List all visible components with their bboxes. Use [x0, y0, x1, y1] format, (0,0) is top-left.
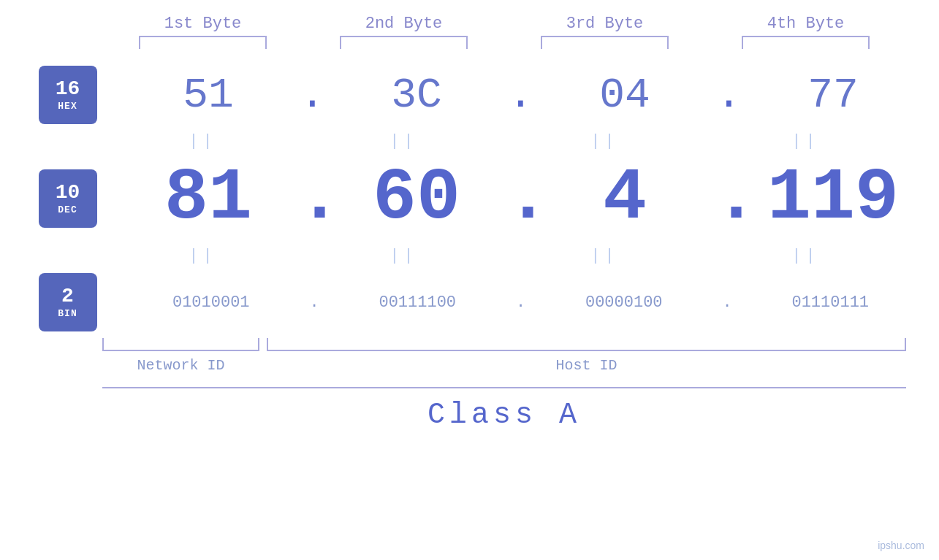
dec-values-row: 81 . 60 . 4 . 119	[119, 162, 923, 235]
bin-val-1: 01010001	[119, 294, 304, 312]
hex-badge-number: 16	[56, 78, 80, 101]
class-section: Class A	[102, 387, 906, 431]
network-id-bracket	[102, 338, 259, 351]
top-bracket-2	[340, 36, 468, 49]
dec-val-3: 4	[536, 162, 715, 235]
hex-badge: 16 HEX	[39, 66, 97, 124]
hex-val-1: 51	[119, 72, 298, 119]
hex-label-cell: 16 HEX	[17, 66, 119, 124]
byte-header-1: 1st Byte	[102, 15, 303, 33]
hex-values-row: 51 . 3C . 04 . 77	[119, 72, 923, 119]
top-bracket-1	[139, 36, 267, 49]
dec-badge: 10 DEC	[39, 169, 97, 228]
network-id-label: Network ID	[102, 357, 259, 374]
byte-header-2: 2nd Byte	[303, 15, 504, 33]
dec-dot-3: .	[715, 162, 744, 235]
dec-val-1: 81	[119, 162, 298, 235]
dec-badge-text: DEC	[58, 204, 77, 215]
id-labels-row: Network ID Host ID	[102, 357, 906, 374]
class-divider	[102, 387, 906, 388]
hex-dot-1: .	[298, 72, 327, 119]
host-id-bracket	[267, 338, 906, 351]
eq-2c: ||	[504, 247, 705, 265]
eq-1b: ||	[303, 132, 504, 150]
eq-2b: ||	[303, 247, 504, 265]
eq-1c: ||	[504, 132, 705, 150]
bin-label-cell: 2 BIN	[17, 273, 119, 331]
bin-badge-text: BIN	[58, 308, 77, 319]
byte-header-3: 3rd Byte	[504, 15, 705, 33]
eq-1d: ||	[705, 132, 906, 150]
dec-label-cell: 10 DEC	[17, 169, 119, 228]
dec-val-4: 119	[744, 162, 923, 235]
top-bracket-3	[541, 36, 669, 49]
bin-badge-number: 2	[61, 285, 74, 308]
dec-dot-1: .	[298, 162, 327, 235]
bin-val-2: 00111100	[325, 294, 510, 312]
class-label: Class A	[102, 399, 906, 431]
bin-dot-3: .	[716, 294, 738, 312]
bin-dot-2: .	[510, 294, 532, 312]
page-container: 1st Byte 2nd Byte 3rd Byte 4th Byte 16 H…	[0, 0, 939, 560]
equals-row-2: || || || ||	[102, 242, 906, 269]
bin-values-row: 01010001 . 00111100 . 00000100 . 0111011…	[119, 294, 923, 312]
top-brackets	[102, 36, 906, 49]
bottom-brackets	[102, 338, 906, 351]
dec-row: 10 DEC 81 . 60 . 4 . 119	[17, 155, 923, 242]
bin-badge: 2 BIN	[39, 273, 97, 331]
bin-dot-1: .	[303, 294, 325, 312]
watermark: ipshu.com	[878, 540, 924, 551]
byte-header-4: 4th Byte	[705, 15, 906, 33]
bin-val-4: 01110111	[738, 294, 923, 312]
hex-dot-2: .	[506, 72, 536, 119]
hex-badge-text: HEX	[58, 101, 77, 112]
top-bracket-4	[742, 36, 870, 49]
dec-badge-number: 10	[56, 182, 80, 204]
hex-row: 16 HEX 51 . 3C . 04 . 77	[17, 62, 923, 128]
dec-dot-2: .	[506, 162, 536, 235]
equals-row-1: || || || ||	[102, 128, 906, 155]
bin-val-3: 00000100	[532, 294, 717, 312]
host-id-label: Host ID	[267, 357, 906, 374]
bin-row: 2 BIN 01010001 . 00111100 . 00000100 . 0…	[17, 269, 923, 335]
eq-2d: ||	[705, 247, 906, 265]
hex-dot-3: .	[715, 72, 744, 119]
byte-headers-row: 1st Byte 2nd Byte 3rd Byte 4th Byte	[102, 0, 906, 33]
eq-2a: ||	[102, 247, 303, 265]
hex-val-3: 04	[536, 72, 715, 119]
eq-1a: ||	[102, 132, 303, 150]
hex-val-2: 3C	[327, 72, 506, 119]
hex-val-4: 77	[744, 72, 923, 119]
dec-val-2: 60	[327, 162, 506, 235]
